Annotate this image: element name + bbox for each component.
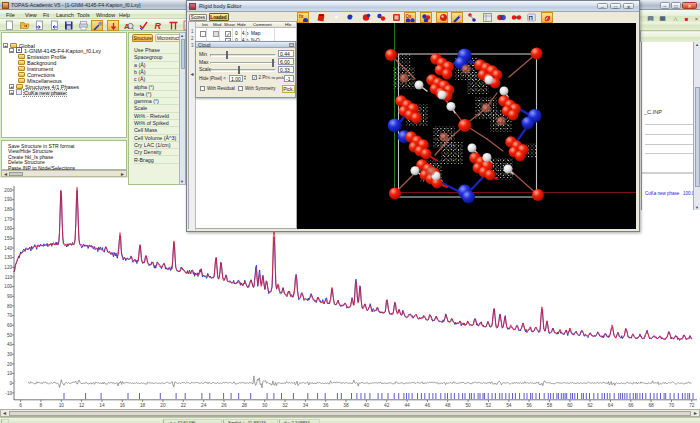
svg-text:12: 12: [79, 403, 85, 408]
svg-text:66: 66: [628, 403, 634, 408]
svg-text:24: 24: [201, 403, 207, 408]
svg-text:16: 16: [120, 403, 126, 408]
svg-text:54: 54: [506, 403, 512, 408]
svg-text:10: 10: [59, 403, 65, 408]
svg-text:52: 52: [486, 403, 492, 408]
svg-text:64: 64: [608, 403, 614, 408]
svg-text:36: 36: [323, 403, 329, 408]
svg-text:130: 130: [4, 255, 12, 260]
svg-text:200: 200: [4, 188, 12, 193]
svg-text:32: 32: [282, 403, 288, 408]
svg-text:42: 42: [384, 403, 390, 408]
svg-text:22: 22: [181, 403, 187, 408]
svg-text:62: 62: [587, 403, 593, 408]
svg-text:28: 28: [242, 403, 248, 408]
svg-text:20: 20: [160, 403, 166, 408]
svg-text:38: 38: [343, 403, 349, 408]
svg-text:56: 56: [526, 403, 532, 408]
svg-text:120: 120: [4, 265, 12, 270]
svg-text:58: 58: [547, 403, 553, 408]
svg-text:150: 150: [4, 236, 12, 241]
svg-text:60: 60: [567, 403, 573, 408]
svg-text:70: 70: [669, 403, 675, 408]
svg-text:Ox: Ox: [406, 14, 413, 19]
svg-text:6: 6: [19, 403, 22, 408]
svg-text:72: 72: [689, 403, 695, 408]
svg-text:26: 26: [221, 403, 227, 408]
svg-text:160: 160: [4, 226, 12, 231]
svg-text:100: 100: [4, 284, 12, 289]
svg-text:8: 8: [40, 403, 43, 408]
svg-text:Π: Π: [528, 15, 532, 21]
svg-text:44: 44: [404, 403, 410, 408]
svg-text:18: 18: [140, 403, 146, 408]
svg-text:190: 190: [4, 197, 12, 202]
svg-text:fx: fx: [299, 13, 304, 19]
svg-text:46: 46: [425, 403, 431, 408]
svg-text:180: 180: [4, 207, 12, 212]
svg-text:170: 170: [4, 217, 12, 222]
svg-text:50: 50: [465, 403, 471, 408]
svg-text:14: 14: [99, 403, 105, 408]
svg-text:34: 34: [303, 403, 309, 408]
svg-text:A: A: [124, 22, 130, 31]
svg-text:-10: -10: [5, 391, 12, 396]
svg-text:R: R: [154, 21, 161, 31]
svg-text:110: 110: [5, 275, 13, 280]
svg-text:140: 140: [4, 246, 12, 251]
svg-text:40: 40: [364, 403, 370, 408]
svg-text:48: 48: [445, 403, 451, 408]
svg-text:68: 68: [648, 403, 654, 408]
svg-text:30: 30: [262, 403, 268, 408]
